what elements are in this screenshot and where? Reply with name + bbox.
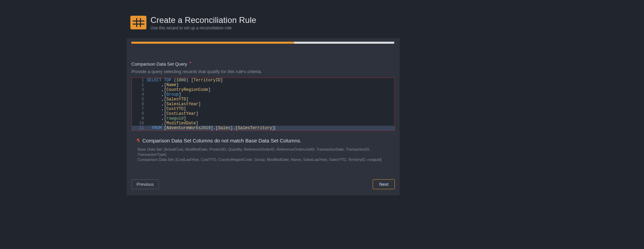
editor-line[interactable]: 11 FROM [AdventureWorks2019].[Sales].[Sa… — [132, 126, 395, 130]
editor-line[interactable]: 6 ,[SalesLastYear] — [132, 102, 395, 107]
line-number: 8 — [132, 111, 147, 116]
line-number: 3 — [132, 87, 147, 92]
warning-details: Base Data Set: [ActualCost, ModifiedDate… — [135, 147, 395, 162]
line-number: 2 — [132, 83, 147, 87]
query-section: Comparison Data Set Query * Provide a qu… — [127, 44, 400, 74]
code-content[interactable]: ,[CostLastYear] — [147, 111, 198, 116]
page-root: Create a Reconciliation Rule Use this wi… — [0, 0, 644, 249]
line-number: 10 — [132, 121, 147, 126]
text-cursor — [275, 126, 275, 130]
warning-comp-line: Comparison Data Set: [CostLastYear, Cost… — [138, 157, 395, 162]
previous-button[interactable]: Previous — [131, 179, 159, 189]
code-content[interactable]: ,[ModifiedDate] — [147, 121, 198, 126]
header-text: Create a Reconciliation Rule Use this wi… — [151, 16, 256, 30]
editor-line[interactable]: 10 ,[ModifiedDate] — [132, 121, 395, 126]
line-number: 9 — [132, 116, 147, 121]
line-number: 6 — [132, 102, 147, 107]
line-number: 1 — [132, 78, 147, 83]
editor-line[interactable]: 1SELECT TOP (1000) [TerritoryID] — [132, 78, 395, 83]
editor-line[interactable]: 5 ,[SalesYTD] — [132, 97, 395, 102]
code-content[interactable]: ,[SalesLastYear] — [147, 102, 201, 107]
code-content[interactable]: ,[CostYTD] — [147, 107, 186, 111]
next-button[interactable]: Next — [373, 179, 395, 189]
editor-line[interactable]: 7 ,[CostYTD] — [132, 107, 395, 111]
code-content[interactable]: ,[Group] — [147, 92, 181, 97]
page-header: Create a Reconciliation Rule Use this wi… — [130, 16, 256, 30]
grid-icon — [130, 16, 146, 29]
svg-rect-0 — [133, 18, 144, 27]
code-content[interactable]: ,[rowguid] — [147, 116, 186, 121]
code-content[interactable]: FROM [AdventureWorks2019].[Sales].[Sales… — [147, 126, 275, 130]
warning-title: Comparison Data Set Columns do not match… — [142, 138, 301, 143]
section-label: Comparison Data Set Query — [131, 61, 187, 67]
wizard-panel: Comparison Data Set Query * Provide a qu… — [127, 38, 400, 195]
section-help: Provide a query selecting records that q… — [131, 69, 395, 74]
editor-line[interactable]: 4 ,[Group] — [132, 92, 395, 97]
code-content[interactable]: ,[SalesYTD] — [147, 97, 188, 102]
editor-line[interactable]: 8 ,[CostLastYear] — [132, 111, 395, 116]
editor-line[interactable]: 3 ,[CountryRegionCode] — [132, 87, 395, 92]
editor-line[interactable]: 2 ,[Name] — [132, 83, 395, 87]
required-mark: * — [189, 61, 191, 67]
line-number: 5 — [132, 97, 147, 102]
code-content[interactable]: ,[Name] — [147, 83, 179, 87]
warning-base-line: Base Data Set: [ActualCost, ModifiedDate… — [138, 147, 395, 157]
editor-line[interactable]: 9 ,[rowguid] — [132, 116, 395, 121]
code-content[interactable]: SELECT TOP (1000) [TerritoryID] — [147, 78, 223, 83]
code-content[interactable]: ,[CountryRegionCode] — [147, 87, 211, 92]
page-subtitle: Use this wizard to set up a reconciliati… — [151, 26, 256, 30]
wizard-buttons: Previous Next — [127, 162, 400, 189]
line-number: 7 — [132, 107, 147, 111]
sql-editor[interactable]: 1SELECT TOP (1000) [TerritoryID]2 ,[Name… — [131, 78, 395, 131]
validation-warning: Comparison Data Set Columns do not match… — [127, 131, 400, 162]
page-title: Create a Reconciliation Rule — [151, 16, 256, 25]
line-number: 4 — [132, 92, 147, 97]
flame-icon — [135, 138, 140, 143]
section-label-row: Comparison Data Set Query * — [131, 61, 395, 67]
warning-heading: Comparison Data Set Columns do not match… — [135, 138, 395, 143]
line-number: 11 — [132, 126, 147, 130]
